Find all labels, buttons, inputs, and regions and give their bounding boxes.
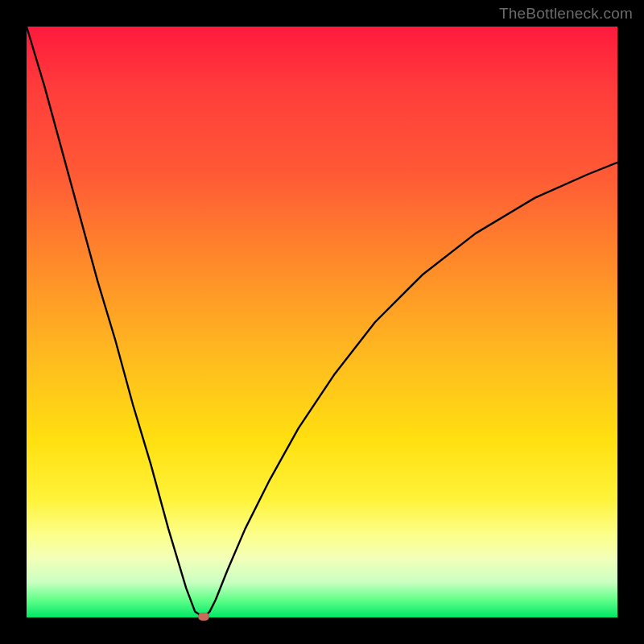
- chart-frame: TheBottleneck.com: [0, 0, 644, 644]
- optimal-point-marker: [198, 613, 209, 621]
- watermark-text: TheBottleneck.com: [499, 5, 633, 23]
- plot-area: [27, 27, 617, 617]
- bottleneck-curve: [27, 27, 617, 617]
